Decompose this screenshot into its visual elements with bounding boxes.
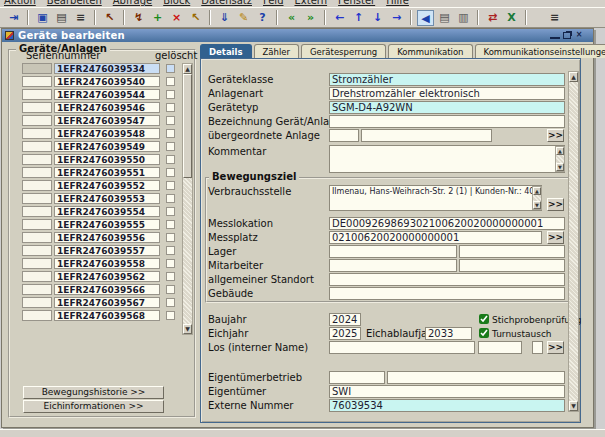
geloescht-checkbox[interactable] (166, 311, 175, 320)
seriennummer-input[interactable] (54, 128, 160, 139)
geloescht-checkbox[interactable] (166, 233, 175, 242)
record-indicator[interactable] (22, 284, 52, 295)
los-name-input[interactable] (329, 341, 475, 354)
scroll-up-arrow-icon[interactable]: ▲ (533, 187, 541, 195)
next-block-icon[interactable]: » (302, 10, 319, 26)
record-indicator[interactable] (22, 245, 52, 256)
messplatz-more-button[interactable]: >> (547, 231, 564, 244)
scroll-down-arrow-icon[interactable]: ▼ (569, 401, 578, 411)
fetch-record-icon[interactable]: ⇓ (216, 10, 233, 26)
allgemeiner-standort-input[interactable] (329, 273, 565, 286)
geloescht-checkbox[interactable] (166, 103, 175, 112)
turnustausch-checkbox[interactable] (479, 328, 489, 338)
seriennummer-input[interactable] (54, 89, 160, 100)
seriennummer-input[interactable] (54, 115, 160, 126)
verbrauchsstelle-textarea[interactable]: Ilmenau, Hans-Weihrach-Str. 2 (1) | Kund… (329, 185, 542, 211)
geloescht-checkbox[interactable] (166, 207, 175, 216)
baujahr-input[interactable] (329, 313, 361, 326)
seriennummer-input[interactable] (54, 258, 160, 269)
externe-nummer-input[interactable] (329, 399, 565, 412)
help-icon[interactable]: ? (254, 10, 271, 26)
scroll-down-arrow-icon[interactable]: ▼ (556, 163, 564, 171)
seriennummer-input[interactable] (54, 245, 160, 256)
navigate-back-icon[interactable]: ◀ (417, 10, 434, 26)
seriennummer-input[interactable] (54, 63, 160, 74)
record-indicator[interactable] (22, 310, 52, 321)
seriennummer-input[interactable] (54, 193, 160, 204)
eichinformationen-button[interactable]: Eichinformationen >> (23, 400, 164, 413)
menu-item-feld[interactable]: Feld (263, 0, 283, 6)
seriennummer-input[interactable] (54, 167, 160, 178)
tab-kommunikationseinstellungen[interactable]: Kommunikationseinstellungen (475, 44, 605, 58)
exit-icon[interactable]: ⇥ (5, 10, 22, 26)
stichprobenpruefung-checkbox[interactable] (479, 314, 489, 324)
menu-item-extern[interactable]: Extern (294, 0, 327, 6)
record-indicator[interactable] (22, 193, 52, 204)
eigentuemer-input[interactable] (329, 385, 565, 398)
seriennummer-input[interactable] (54, 297, 160, 308)
geloescht-checkbox[interactable] (166, 90, 175, 99)
seriennummer-input[interactable] (54, 102, 160, 113)
eigentuemerbetrieb-code-input[interactable] (329, 371, 385, 384)
messlokation-input[interactable] (329, 217, 565, 230)
record-indicator[interactable] (22, 206, 52, 217)
lager-name-input[interactable] (459, 245, 565, 258)
seriennummer-input[interactable] (54, 76, 160, 87)
geraeteklasse-input[interactable] (329, 73, 565, 86)
restore-icon[interactable] (563, 32, 571, 39)
serial-list-scrollbar[interactable]: ▲ ▼ (182, 63, 193, 335)
uebergeordnete-anlage-more-button[interactable]: >> (547, 129, 564, 142)
scroll-down-icon[interactable]: ↓ (369, 10, 386, 26)
bewegungshistorie-button[interactable]: Bewegungshistorie >> (23, 386, 164, 399)
los-more-button[interactable]: >> (547, 341, 564, 354)
geloescht-checkbox[interactable] (166, 116, 175, 125)
tab-details[interactable]: Details (200, 44, 252, 58)
record-indicator[interactable] (22, 297, 52, 308)
los-flag-input[interactable] (532, 341, 543, 354)
gebaeude-input[interactable] (329, 287, 565, 300)
menu-item-bearbeiten[interactable]: Bearbeiten (47, 0, 102, 6)
seriennummer-input[interactable] (54, 206, 160, 217)
print-screen-icon[interactable]: ▤ (436, 10, 453, 26)
scroll-right-icon[interactable]: → (388, 10, 405, 26)
seriennummer-input[interactable] (54, 310, 160, 321)
mitarbeiter-code-input[interactable] (329, 259, 457, 272)
geloescht-checkbox[interactable] (166, 64, 175, 73)
details-scrollbar[interactable]: ▲ ▼ (568, 71, 579, 412)
uebergeordnete-anlage-code-input[interactable] (329, 129, 359, 142)
menu-item-abfrage[interactable]: Abfrage (113, 0, 152, 6)
scroll-left-icon[interactable]: ← (331, 10, 348, 26)
geloescht-checkbox[interactable] (166, 129, 175, 138)
geloescht-checkbox[interactable] (166, 194, 175, 203)
menu-item-aktion[interactable]: Aktion (4, 0, 36, 6)
messplatz-input[interactable] (329, 231, 542, 244)
geloescht-checkbox[interactable] (166, 298, 175, 307)
record-indicator[interactable] (22, 115, 52, 126)
seriennummer-input[interactable] (54, 271, 160, 282)
scroll-up-arrow-icon[interactable]: ▲ (569, 72, 578, 82)
menu-item-fenster[interactable]: Fenster (338, 0, 375, 6)
anlagenart-input[interactable] (329, 87, 565, 100)
geloescht-checkbox[interactable] (166, 77, 175, 86)
insert-record-icon[interactable]: + (149, 10, 166, 26)
tab-kommunikation[interactable]: Kommunikation (388, 44, 472, 58)
record-indicator[interactable] (22, 258, 52, 269)
seriennummer-input[interactable] (54, 219, 160, 230)
kommentar-scrollbar[interactable]: ▲ ▼ (555, 146, 565, 172)
record-indicator[interactable] (22, 76, 52, 87)
eichablaufjahr-input[interactable] (425, 327, 472, 340)
close-icon[interactable]: × (574, 31, 584, 40)
bezeichnung-input[interactable] (329, 115, 565, 128)
record-indicator[interactable] (22, 63, 52, 74)
record-indicator[interactable] (22, 167, 52, 178)
scroll-down-arrow-icon[interactable]: ▼ (533, 201, 541, 209)
verbrauchsstelle-scrollbar[interactable]: ▲ ▼ (532, 186, 542, 210)
mitarbeiter-name-input[interactable] (459, 259, 565, 272)
seriennummer-input[interactable] (54, 154, 160, 165)
geloescht-checkbox[interactable] (166, 285, 175, 294)
record-indicator[interactable] (22, 232, 52, 243)
scroll-up-arrow-icon[interactable]: ▲ (183, 64, 192, 74)
cancel-query-icon[interactable]: ↖ (187, 10, 204, 26)
eigentuemerbetrieb-name-input[interactable] (387, 371, 565, 384)
scroll-up-icon[interactable]: ↑ (350, 10, 367, 26)
